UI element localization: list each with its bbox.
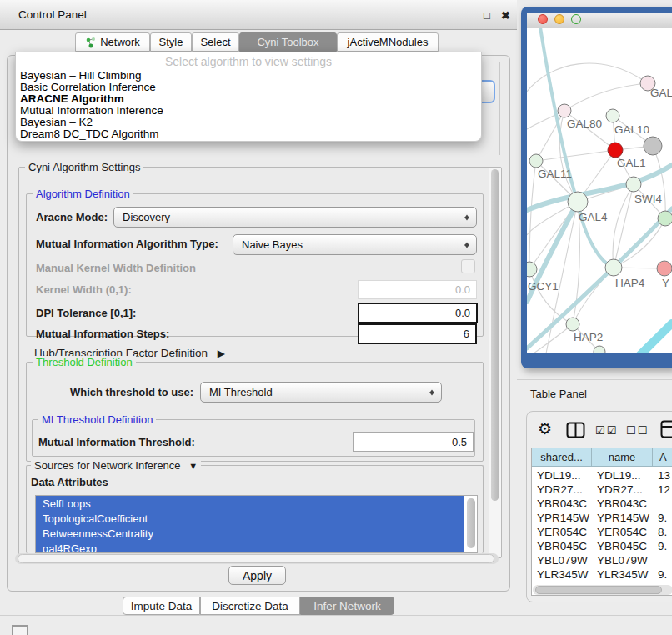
tab-impute-data[interactable]: Impute Data (123, 597, 200, 615)
table-cell[interactable]: 8. (653, 525, 672, 539)
statusbar-grip-icon[interactable] (12, 625, 28, 635)
table-cell[interactable]: 9. (653, 539, 672, 553)
data-attributes-list[interactable]: SelfLoops TopologicalCoefficient Between… (35, 495, 478, 553)
dropdown-item[interactable]: Mutual Information Inference (20, 104, 163, 117)
list-item[interactable]: SelfLoops (36, 496, 464, 511)
network-edges-thick (527, 28, 672, 348)
column-header[interactable]: A (653, 448, 672, 467)
table-cell[interactable]: 9. (653, 568, 672, 582)
settings-hscrollbar-thumb[interactable] (18, 554, 494, 563)
table-cell[interactable] (653, 497, 672, 511)
node-label: SWI4 (634, 192, 662, 205)
tab-discretize-data[interactable]: Discretize Data (200, 597, 300, 615)
list-scrollbar-thumb[interactable] (467, 498, 475, 548)
tab-cyni-toolbox[interactable]: Cyni Toolbox (239, 32, 337, 52)
settings-scrollbar-track[interactable] (489, 168, 501, 557)
table-hscrollbar-thumb[interactable] (535, 586, 662, 594)
network-icon (85, 37, 96, 48)
gear-icon[interactable]: ⚙ (538, 419, 552, 438)
node-gray (644, 137, 662, 155)
mac-close-button[interactable] (538, 14, 548, 24)
table-cell[interactable]: YLR345W (532, 568, 592, 582)
apply-button[interactable]: Apply (228, 566, 286, 585)
mi-threshold-input[interactable]: 0.5 (353, 432, 474, 452)
table-cell[interactable]: YDL19... (532, 468, 592, 482)
aracne-mode-label: Aracne Mode: (36, 211, 108, 223)
kernel-width-label: Kernel Width (0,1): (36, 283, 132, 296)
spinner-arrows-icon (464, 239, 471, 250)
kernel-width-input: 0.0 (358, 280, 477, 299)
tab-select[interactable]: Select (192, 32, 239, 52)
node-label: GAL (650, 87, 672, 99)
select-all-checkboxes-icon[interactable]: ☑☑ (595, 424, 618, 437)
dropdown-item[interactable]: Basic Correlation Inference (20, 81, 156, 93)
dropdown-item[interactable]: Bayesian – Hill Climbing (20, 69, 142, 82)
tab-style[interactable]: Style (150, 32, 192, 52)
table-hscrollbar-track[interactable] (533, 585, 672, 595)
which-threshold-combo[interactable]: MI Threshold (200, 382, 442, 402)
manual-kernel-label: Manual Kernel Width Definition (36, 262, 196, 274)
table-cell[interactable]: YBR043C (592, 497, 653, 511)
table-cell[interactable]: 9. (653, 511, 672, 525)
tab-infer-network[interactable]: Infer Network (300, 597, 394, 615)
list-item[interactable]: gal4RGexp (36, 541, 464, 553)
list-item[interactable]: BetweennessCentrality (36, 526, 464, 541)
table-cell[interactable]: YBR045C (532, 539, 592, 553)
which-threshold-label: Which threshold to use: (70, 386, 193, 398)
data-attributes-label: Data Attributes (31, 476, 108, 488)
float-window-icon[interactable]: □ (484, 9, 490, 22)
table-cell[interactable]: YER054C (592, 525, 653, 539)
table-cell[interactable]: 13 (653, 468, 672, 482)
table-cell[interactable]: YDL19... (592, 468, 653, 482)
table-cell[interactable]: 12 (653, 482, 672, 497)
list-item[interactable]: TopologicalCoefficient (36, 511, 464, 526)
tab-jactivemnodules[interactable]: jActiveMNodules (337, 32, 439, 52)
column-header[interactable]: name (592, 448, 653, 467)
table-cell[interactable]: YBR043C (532, 497, 592, 511)
dropdown-item[interactable]: Dream8 DC_TDC Algorithm (20, 128, 159, 140)
network-node-labels: GAL GAL80 GAL10 GAL1 GAL11 SWI4 GAL4 GCY… (528, 87, 672, 343)
table-cell[interactable]: YDR27... (532, 482, 592, 497)
table-cell[interactable]: YPR145W (592, 511, 653, 525)
table-cell[interactable] (653, 553, 672, 568)
mi-type-value: Naive Bayes (242, 238, 303, 251)
mi-threshold-group-title: MI Threshold Definition (38, 413, 156, 426)
network-canvas[interactable]: GAL GAL80 GAL10 GAL1 GAL11 SWI4 GAL4 GCY… (527, 28, 672, 353)
tab-select-label: Select (200, 36, 230, 48)
table-mode-icon[interactable] (660, 420, 672, 438)
app-root: Control Panel □ ✖ Network Style Select C… (0, 0, 672, 635)
mac-zoom-button[interactable] (571, 14, 581, 24)
node-label: Y (662, 277, 669, 289)
settings-scrollbar-thumb[interactable] (491, 169, 499, 501)
mi-type-combo[interactable]: Naive Bayes (233, 234, 477, 255)
table-cell[interactable]: YPR145W (532, 511, 592, 525)
node-GAL11 (529, 154, 543, 168)
node-GAL80 (558, 104, 571, 118)
deselect-all-checkboxes-icon[interactable]: ☐☐ (626, 424, 649, 437)
table-cell[interactable]: YBR045C (592, 539, 653, 553)
sources-group-title[interactable]: Sources for Network Inference ▼ (31, 459, 201, 472)
which-threshold-value: MI Threshold (209, 386, 273, 398)
node-table[interactable]: shared... name A YDL19... YDL19... 13 YD… (531, 448, 672, 596)
network-window-titlebar[interactable] (527, 12, 672, 28)
aracne-mode-combo[interactable]: Discovery (113, 207, 477, 228)
table-cell[interactable]: YBL079W (532, 553, 592, 568)
table-cell[interactable]: YDR27... (592, 482, 653, 497)
dropdown-item[interactable]: Bayesian – K2 (20, 116, 93, 128)
dpi-tolerance-input[interactable]: 0.0 (358, 302, 478, 323)
mac-minimize-button[interactable] (554, 14, 564, 24)
spinner-arrows-icon (429, 387, 436, 398)
close-panel-icon[interactable]: ✖ (501, 9, 510, 22)
tab-network[interactable]: Network (75, 32, 150, 52)
table-cell[interactable]: YER054C (532, 525, 592, 539)
mi-steps-input[interactable]: 6 (358, 323, 477, 344)
table-cell[interactable]: YLR345W (592, 568, 653, 582)
bottom-divider (0, 615, 672, 616)
dropdown-item-selected[interactable]: ARACNE Algorithm (20, 92, 124, 105)
column-header[interactable]: shared... (532, 448, 592, 467)
settings-hscrollbar-track[interactable] (15, 553, 499, 564)
split-columns-icon[interactable] (566, 422, 585, 438)
table-cell[interactable]: YBL079W (592, 553, 653, 568)
network-edges-thin (527, 63, 665, 353)
algorithm-dropdown-popup: Select algorithm to view settings Bayesi… (15, 52, 482, 142)
